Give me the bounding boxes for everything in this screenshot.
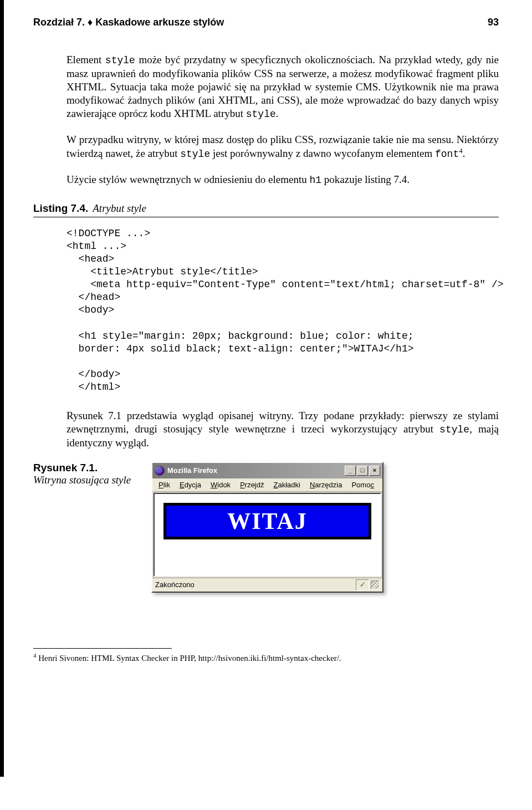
text: pokazuje listing 7.4. <box>321 174 410 185</box>
text: jest porównywalny z dawno wycofanym elem… <box>210 148 435 160</box>
resize-grip[interactable] <box>371 580 380 589</box>
figure-desc: Witryna stosująca style <box>33 474 131 486</box>
menubar: Plik Edycja Widok Przejdź Zakładki Narzę… <box>152 478 382 492</box>
listing-header: Listing 7.4. Atrybut style <box>33 202 499 215</box>
footnote-text: Henri Sivonen: HTML Syntax Checker in PH… <box>37 654 341 663</box>
window-buttons: _ □ × <box>345 466 380 476</box>
chapter-title: Rozdział 7. ♦ Kaskadowe arkusze stylów <box>33 17 224 28</box>
menu-narzedzia[interactable]: Narzędzia <box>306 480 346 490</box>
footnote-rule <box>33 648 172 649</box>
page-left-strip <box>0 0 4 777</box>
code-inline: style <box>180 149 210 160</box>
status-right: ✓ <box>356 579 380 590</box>
status-indicator: ✓ <box>356 579 369 590</box>
listing-caption: Atrybut style <box>93 202 146 215</box>
listing-label: Listing 7.4. <box>33 202 88 215</box>
witaj-heading: WITAJ <box>163 503 371 539</box>
text: Użycie stylów wewnętrznych w odniesieniu… <box>66 174 309 185</box>
paragraph-3: Użycie stylów wewnętrznych w odniesieniu… <box>66 173 499 187</box>
text: Rysunek 7.1 przedstawia wygląd opisanej … <box>66 410 499 435</box>
figure-label: Rysunek 7.1. <box>33 462 136 474</box>
maximize-icon: □ <box>361 467 365 473</box>
close-icon: × <box>373 467 376 473</box>
code-inline: style <box>105 55 135 66</box>
firefox-icon <box>155 466 165 476</box>
browser-window: Mozilla Firefox _ □ × Plik Edycja Widok … <box>151 462 383 593</box>
listing-rule <box>33 217 499 217</box>
menu-plik[interactable]: Plik <box>155 480 174 490</box>
menu-widok[interactable]: Widok <box>207 480 234 490</box>
menu-pomoc[interactable]: Pomoc <box>347 480 377 490</box>
text: . <box>276 108 279 119</box>
code-inline: h1 <box>309 175 321 186</box>
titlebar-left: Mozilla Firefox <box>155 466 217 476</box>
browser-viewport: WITAJ <box>154 493 381 577</box>
minimize-icon: _ <box>349 467 352 473</box>
window-title: Mozilla Firefox <box>167 466 217 475</box>
figure-row: Rysunek 7.1. Witryna stosująca style Moz… <box>33 462 499 593</box>
paragraph-1: Element style może być przydatny w specy… <box>66 53 499 121</box>
code-inline: style <box>246 109 276 120</box>
minimize-button[interactable]: _ <box>345 466 356 476</box>
paragraph-4: Rysunek 7.1 przedstawia wygląd opisanej … <box>66 409 499 450</box>
maximize-button[interactable]: □ <box>357 466 368 476</box>
figure-caption: Rysunek 7.1. Witryna stosująca style <box>33 462 136 487</box>
status-text: Zakończono <box>155 580 195 589</box>
check-icon: ✓ <box>360 580 366 589</box>
text: Element <box>66 54 105 65</box>
paragraph-2: W przypadku witryny, w której masz dostę… <box>66 133 499 161</box>
page-number: 93 <box>488 17 499 28</box>
page-header: Rozdział 7. ♦ Kaskadowe arkusze stylów 9… <box>33 17 499 28</box>
menu-edycja[interactable]: Edycja <box>176 480 205 490</box>
titlebar: Mozilla Firefox _ □ × <box>152 463 382 478</box>
statusbar: Zakończono ✓ <box>152 578 382 592</box>
code-listing: <!DOCTYPE ...> <html ...> <head> <title>… <box>66 227 499 393</box>
code-inline: style <box>439 424 469 435</box>
code-inline: font <box>435 149 459 160</box>
footnote: 4 Henri Sivonen: HTML Syntax Checker in … <box>33 652 499 663</box>
menu-przejdz[interactable]: Przejdź <box>236 480 268 490</box>
close-button[interactable]: × <box>369 466 380 476</box>
menu-zakladki[interactable]: Zakładki <box>269 480 304 490</box>
text: . <box>463 148 466 160</box>
